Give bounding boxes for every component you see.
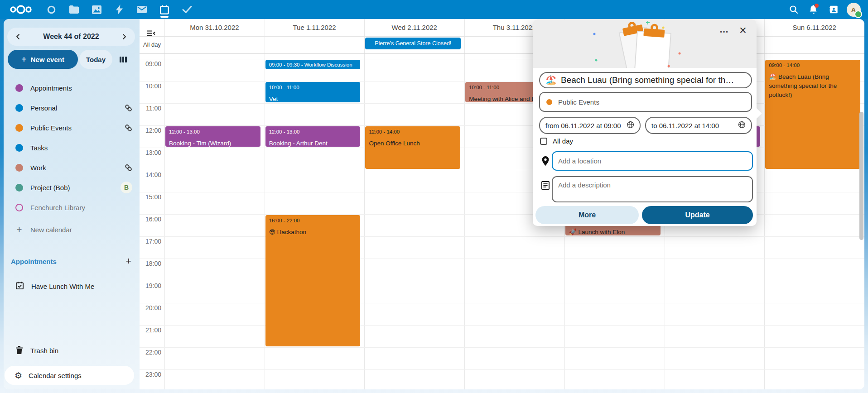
timezone-globe-icon: [738, 121, 746, 130]
photos-icon[interactable]: [85, 0, 108, 19]
hour-label: 09:00: [140, 60, 161, 67]
new-calendar-label: New calendar: [30, 226, 72, 234]
sidebar-calendar-personal[interactable]: Personal: [4, 98, 140, 118]
nextcloud-logo-icon[interactable]: [8, 4, 34, 15]
contacts-icon[interactable]: [824, 0, 844, 19]
new-event-button[interactable]: + New event: [8, 50, 78, 69]
update-button[interactable]: Update: [642, 206, 753, 224]
event-title: 😎 Hackathon: [269, 228, 357, 237]
day-header: Mon 31.10.2022: [164, 19, 265, 36]
calendar-event[interactable]: 12:00 - 13:00Booking - Arthur Dent: [265, 126, 361, 147]
activity-icon[interactable]: [108, 0, 130, 19]
trash-bin-button[interactable]: Trash bin: [4, 341, 140, 359]
end-datetime-value: to 06.11.2022 at 14:00: [651, 122, 719, 129]
sidebar-calendar-work[interactable]: Work: [4, 158, 140, 177]
calendar-event[interactable]: 16:00 - 22:00😎 Hackathon: [265, 215, 361, 346]
sidebar-calendar-public-events[interactable]: Public Events: [4, 118, 140, 138]
previous-week-button[interactable]: [12, 30, 24, 43]
hour-label: 21:00: [140, 326, 161, 334]
hour-line: [140, 236, 864, 237]
shared-link-icon[interactable]: [125, 104, 132, 112]
app-icon-row: [40, 0, 198, 19]
calendar-settings-button[interactable]: ⚙ Calendar settings: [5, 366, 134, 385]
allday-label: All day: [143, 36, 161, 53]
hour-label: 14:00: [140, 171, 161, 178]
calendar-name: Work: [30, 164, 125, 172]
start-datetime-field[interactable]: from 06.11.2022 at 09:00: [539, 117, 641, 134]
event-time: 12:00 - 13:00: [269, 129, 357, 135]
allday-checkbox[interactable]: All day: [540, 137, 573, 145]
hour-label: 23:00: [140, 371, 161, 378]
allday-event[interactable]: Pierre's General Store Closed!: [365, 38, 461, 49]
sidebar-calendar-fenchurch-library[interactable]: Fenchurch Library: [4, 197, 140, 217]
hour-label: 22:00: [140, 349, 161, 356]
calendar-event[interactable]: 10:00 - 11:00Vet: [265, 82, 361, 102]
sidebar-calendar-project-bob-[interactable]: Project (Bob)B: [4, 177, 140, 197]
hour-label: 15:00: [140, 193, 161, 201]
update-button-label: Update: [685, 211, 709, 219]
files-icon[interactable]: [63, 0, 85, 19]
calendar-name: Appointments: [30, 84, 132, 92]
user-avatar[interactable]: A: [844, 0, 863, 19]
calendar-select[interactable]: Public Events: [539, 92, 752, 112]
calendar-check-icon: [15, 281, 24, 292]
next-week-button[interactable]: [118, 30, 130, 43]
shared-link-icon[interactable]: [125, 164, 132, 172]
sidebar-calendar-appointments[interactable]: Appointments: [4, 78, 140, 98]
view-mode-icon[interactable]: [117, 53, 130, 65]
dashboard-icon[interactable]: [40, 0, 63, 19]
hour-line: [140, 325, 864, 326]
top-bar: A: [0, 0, 868, 19]
calendar-event[interactable]: 09:00 - 09:30 - Workflow Discussion: [265, 60, 361, 69]
today-label: Today: [86, 56, 106, 63]
event-title: 🚀 Launch with Elon: [569, 228, 657, 235]
event-title: Booking - Tim (Wizard): [169, 139, 257, 147]
mail-icon[interactable]: [130, 0, 153, 19]
shared-link-icon[interactable]: [125, 124, 132, 132]
shared-user-avatar: B: [121, 182, 132, 193]
event-title-input[interactable]: 🏖️ Beach Luau (Bring something special f…: [539, 72, 752, 88]
end-datetime-field[interactable]: to 06.11.2022 at 14:00: [645, 117, 752, 134]
new-calendar-button[interactable]: + New calendar: [4, 220, 140, 240]
calendar-settings-label: Calendar settings: [29, 372, 82, 379]
location-input[interactable]: [552, 151, 753, 171]
calendar-icon[interactable]: [153, 0, 176, 19]
search-icon[interactable]: [784, 0, 804, 19]
plus-icon: +: [21, 55, 27, 64]
today-button[interactable]: Today: [79, 50, 112, 69]
event-time: 12:00 - 14:00: [369, 129, 457, 135]
calendar-select-value: Public Events: [558, 98, 599, 106]
vertical-scrollbar[interactable]: [859, 112, 863, 240]
new-event-label: New event: [31, 56, 64, 63]
calendar-color-dot: [15, 184, 23, 192]
calendar-name: Project (Bob): [30, 184, 121, 192]
close-icon[interactable]: ×: [736, 24, 750, 38]
calendar-sidebar: Week 44 of 2022 + New event Today Appoin…: [4, 19, 140, 389]
calendar-event[interactable]: 12:00 - 13:00Booking - Tim (Wizard): [165, 126, 260, 147]
notifications-icon[interactable]: [804, 0, 824, 19]
sidebar-calendar-tasks[interactable]: Tasks: [4, 138, 140, 158]
hour-label: 10:00: [140, 82, 161, 90]
hour-label: 17:00: [140, 238, 161, 245]
description-input[interactable]: [552, 176, 753, 202]
notification-badge: [815, 4, 819, 8]
location-pin-icon: [540, 156, 550, 168]
start-datetime-value: from 06.11.2022 at 09:00: [545, 122, 621, 129]
gear-icon: ⚙: [14, 371, 22, 380]
calendar-name: Public Events: [30, 124, 125, 132]
more-options-icon[interactable]: •••: [718, 27, 731, 38]
calendar-event[interactable]: 09:00 - 14:00🏖️ Beach Luau (Bring someth…: [765, 60, 860, 169]
appointment-config-item[interactable]: Have Lunch With Me: [4, 277, 140, 295]
hour-label: 12:00: [140, 127, 161, 134]
appointments-heading: Appointments: [11, 258, 125, 265]
calendar-color-dot: [15, 104, 23, 112]
timezone-globe-icon: [627, 121, 634, 130]
hour-line: [140, 259, 864, 259]
more-button[interactable]: More: [535, 206, 639, 224]
trash-icon: [15, 345, 23, 356]
add-appointment-config-button[interactable]: +: [125, 256, 131, 266]
description-icon: [540, 181, 550, 192]
tasks-icon[interactable]: [176, 0, 198, 19]
hour-line: [140, 347, 864, 348]
calendar-event[interactable]: 12:00 - 14:00Open Office Lunch: [365, 126, 460, 169]
